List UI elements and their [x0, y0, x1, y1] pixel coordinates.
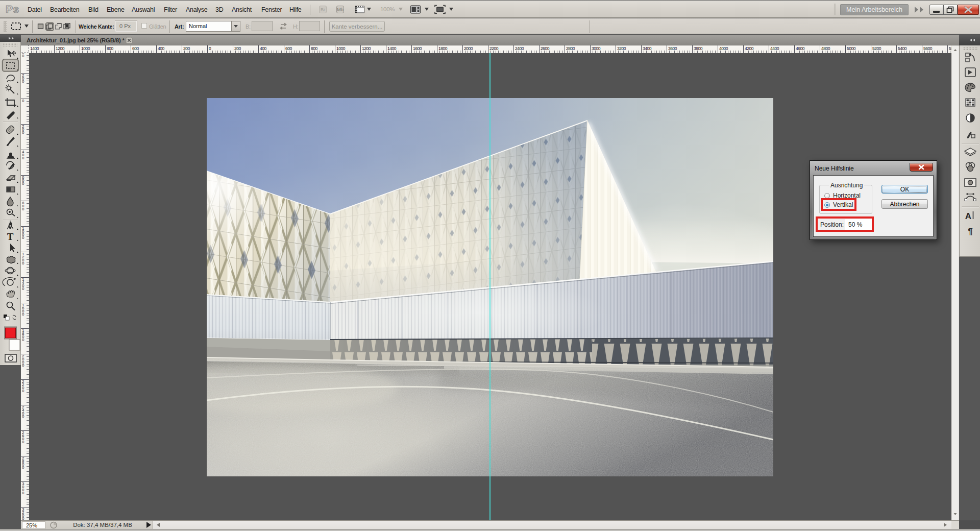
svg-text:T: T: [7, 231, 14, 242]
svg-text:¶: ¶: [968, 227, 972, 236]
svg-text:A: A: [965, 211, 971, 221]
